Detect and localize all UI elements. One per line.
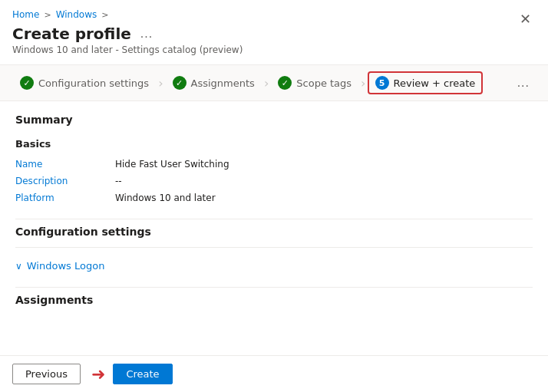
create-button[interactable]: Create [113,364,172,384]
windows-logon-label: Windows Logon [27,260,105,272]
previous-button[interactable]: Previous [12,364,81,384]
field-name-label: Name [15,159,115,170]
breadcrumb-sep2: > [101,10,108,20]
page-subtitle: Windows 10 and later - Settings catalog … [12,44,515,55]
step-review-icon: 5 [375,76,389,90]
breadcrumb: Home > Windows > [12,9,515,20]
step-sep-2: › [262,76,270,91]
page-ellipsis-button[interactable]: ... [137,25,156,42]
basics-title: Basics [15,138,533,150]
windows-logon-chevron: ∨ [15,261,22,272]
field-name-value: Hide Fast User Switching [115,159,229,170]
assignments-title: Assignments [15,294,533,306]
field-platform-value: Windows 10 and later [115,193,216,203]
step-configuration-icon: ✓ [20,76,34,90]
field-name: Name Hide Fast User Switching [15,156,533,173]
step-sep-1: › [157,76,164,91]
step-assignments-label: Assignments [191,77,255,89]
wizard-steps: ✓ Configuration settings › ✓ Assignments… [0,64,548,101]
field-platform-label: Platform [15,193,115,203]
windows-logon-row[interactable]: ∨ Windows Logon [15,254,533,278]
step-configuration[interactable]: ✓ Configuration settings [12,71,157,94]
step-assignments-icon: ✓ [173,76,187,90]
breadcrumb-home[interactable]: Home [12,9,39,20]
field-platform: Platform Windows 10 and later [15,189,533,206]
field-description-label: Description [15,176,115,186]
config-settings-section: Configuration settings ∨ Windows Logon [15,226,533,278]
divider-1 [15,219,533,219]
step-scope[interactable]: ✓ Scope tags [270,71,359,94]
steps-more-button[interactable]: ... [511,73,536,93]
step-scope-label: Scope tags [296,77,352,89]
step-sep-3: › [359,76,367,91]
breadcrumb-sep1: > [44,10,51,20]
field-description: Description -- [15,173,533,189]
config-settings-title: Configuration settings [15,226,533,238]
step-scope-icon: ✓ [278,76,292,90]
assignments-section: Assignments [15,294,533,306]
summary-section: Summary [15,114,533,126]
breadcrumb-windows[interactable]: Windows [56,9,97,20]
divider-2 [15,247,533,248]
step-assignments[interactable]: ✓ Assignments [165,71,262,94]
close-button[interactable]: ✕ [515,9,536,29]
summary-title: Summary [15,114,533,126]
arrow-indicator: ➜ [91,364,105,384]
basics-section: Basics Name Hide Fast User Switching Des… [15,138,533,206]
step-configuration-label: Configuration settings [38,77,149,89]
step-review-label: Review + create [394,77,476,89]
divider-3 [15,287,533,288]
field-description-value: -- [115,176,122,186]
step-review[interactable]: 5 Review + create [368,71,484,94]
footer: Previous ➜ Create [0,355,548,392]
page-title: Create profile [12,25,131,43]
